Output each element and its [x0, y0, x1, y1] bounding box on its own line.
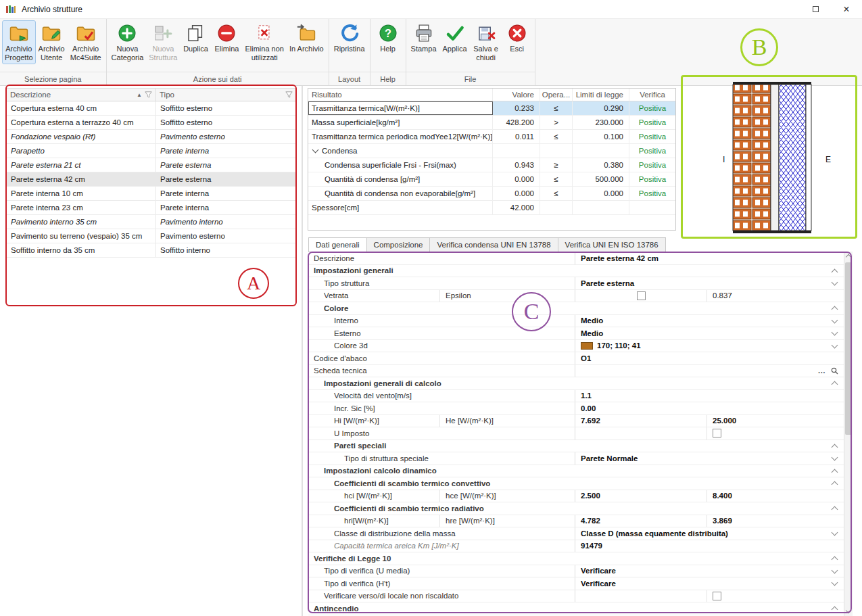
structure-row[interactable]: ParapettoParete interna: [7, 144, 296, 158]
property-row-tipo-di-struttura-speciale[interactable]: Tipo di struttura specialeParete Normale: [308, 452, 844, 465]
property-row-tipo-di-verifica-h-t[interactable]: Tipo di verifica (H't)Verificare: [308, 577, 844, 590]
property-row-vetrata[interactable]: VetrataEpsilon0.837: [308, 290, 844, 303]
property-row-esterno[interactable]: EsternoMedio: [308, 327, 844, 340]
column-header-valore[interactable]: Valore: [493, 89, 540, 101]
property-row-hci-w-m-k[interactable]: hci [W/(m²·K)]hce [W/(m²·K)]2.5008.400: [308, 490, 844, 503]
group-row-verifiche-di-legge-10[interactable]: Verifiche di Legge 10: [308, 552, 844, 565]
property-value-secondary[interactable]: 0.837: [707, 290, 844, 302]
group-row-impostazioni-generali[interactable]: Impostazioni generali: [308, 265, 844, 278]
property-row-descrizione[interactable]: DescrizioneParete esterna 42 cm: [308, 252, 844, 265]
property-value[interactable]: Verificare: [575, 565, 844, 577]
scroll-down-icon[interactable]: [846, 608, 851, 613]
maximize-button[interactable]: [800, 0, 831, 18]
tab-composizione[interactable]: Composizione: [367, 237, 431, 252]
ribbon-button-archivio-utente[interactable]: ArchivioUtente: [36, 20, 68, 64]
group-row-colore[interactable]: Colore: [308, 302, 844, 315]
checkbox[interactable]: [713, 429, 721, 437]
ribbon-button-nuova-struttura[interactable]: NuovaStruttura: [146, 20, 180, 64]
result-row[interactable]: Quantità di condensa [g/m²]0.000≤500.000…: [308, 172, 675, 187]
tab-verifica-condensa-uni-en-13788[interactable]: Verifica condensa UNI EN 13788: [430, 237, 558, 252]
property-row-capacit-termica-areica-km-j-m-k[interactable]: Capacità termica areica Km [J/m²·K]91479: [308, 540, 844, 553]
result-row[interactable]: Trasmittanza termica[W/(m²·K)]0.233≤0.29…: [308, 101, 675, 116]
property-value[interactable]: Parete Normale: [575, 452, 844, 465]
result-row[interactable]: Trasmittanza termica periodica modYee12[…: [308, 130, 675, 144]
property-value-secondary[interactable]: [707, 427, 844, 440]
filter-icon[interactable]: [145, 91, 152, 98]
property-value[interactable]: [575, 427, 707, 440]
structure-row[interactable]: Parete esterna 42 cmParete esterna: [7, 172, 296, 187]
property-value[interactable]: O1: [575, 352, 844, 364]
vertical-scrollbar[interactable]: [844, 252, 853, 616]
ribbon-button-nuova-categoria[interactable]: NuovaCategoria: [109, 20, 147, 64]
scroll-up-icon[interactable]: [846, 254, 851, 260]
result-row[interactable]: Massa superficiale[kg/m²]428.200>230.000…: [308, 116, 675, 130]
ribbon-button-esci[interactable]: Esci: [502, 20, 533, 55]
property-row-tipo-di-verifica-u-media[interactable]: Tipo di verifica (U media)Verificare: [308, 565, 844, 578]
structure-row[interactable]: Parete interna 10 cmParete interna: [7, 187, 296, 201]
scrollbar-thumb[interactable]: [845, 262, 852, 435]
property-value[interactable]: 91479: [575, 540, 844, 552]
close-button[interactable]: ×: [831, 0, 862, 18]
property-row-codice-d-abaco[interactable]: Codice d'abacoO1: [308, 352, 844, 365]
ribbon-button-elimina-non-utilizzati[interactable]: Elimina nonutilizzati: [242, 20, 286, 64]
property-row-classe-di-distribuzione-della-massa[interactable]: Classe di distribuzione della massaClass…: [308, 527, 844, 540]
property-value[interactable]: Parete esterna 42 cm: [575, 252, 844, 264]
ribbon-button-elimina[interactable]: Elimina: [211, 20, 242, 55]
tab-dati-generali[interactable]: Dati generali: [308, 237, 367, 252]
group-row-impostazioni-calcolo-dinamico[interactable]: Impostazioni calcolo dinamico: [308, 465, 844, 478]
column-header-operatore[interactable]: Opera...: [540, 89, 573, 101]
ribbon-button-stampa[interactable]: Stampa: [408, 20, 439, 55]
structure-row[interactable]: Copertura esterna 40 cmSoffitto esterno: [7, 101, 296, 116]
browse-buttons[interactable]: …: [818, 365, 839, 377]
property-row-velocit-del-vento-m-s[interactable]: Velocità del vento[m/s]1.1: [308, 390, 844, 403]
property-value[interactable]: Verificare: [575, 577, 844, 590]
property-value[interactable]: 2.500: [575, 490, 707, 502]
property-value[interactable]: 7.692: [575, 415, 707, 427]
search-icon[interactable]: [831, 367, 838, 375]
ribbon-button-in-archivio[interactable]: In Archivio: [287, 20, 327, 55]
property-value[interactable]: [575, 590, 707, 602]
property-value[interactable]: 0.00: [575, 402, 844, 414]
checkbox[interactable]: [713, 592, 721, 600]
column-header-verifica[interactable]: Verifica: [629, 89, 675, 101]
group-row-coefficienti-di-scambio-termico-radiativo[interactable]: Coefficienti di scambio termico radiativ…: [308, 502, 844, 515]
column-header-tipo[interactable]: Tipo: [156, 89, 296, 101]
property-row-hi-w-m-k[interactable]: Hi [W/(m²·K)]He [W/(m²·K)]7.69225.000: [308, 415, 844, 428]
property-value[interactable]: [575, 365, 844, 377]
group-row-coefficienti-di-scambio-termico-convettivo[interactable]: Coefficienti di scambio termico convetti…: [308, 477, 844, 490]
property-value[interactable]: [575, 290, 707, 302]
panel-splitter[interactable]: [302, 86, 303, 616]
property-value[interactable]: Parete esterna: [575, 277, 844, 289]
property-value[interactable]: 170; 110; 41: [575, 340, 844, 352]
property-value-secondary[interactable]: 25.000: [707, 415, 844, 427]
property-value[interactable]: Classe D (massa equamente distribuita): [575, 527, 844, 540]
tab-verifica-uni-en-iso-13786[interactable]: Verifica UNI EN ISO 13786: [558, 237, 666, 252]
ribbon-button-duplica[interactable]: Duplica: [180, 20, 211, 55]
ribbon-button-ripristina[interactable]: Ripristina: [331, 20, 368, 55]
property-row-verificare-verso-di-locale-non-riscaldato[interactable]: Verificare verso/di locale non riscaldat…: [308, 590, 844, 603]
property-value[interactable]: 1.1: [575, 390, 844, 402]
property-value[interactable]: Medio: [575, 327, 844, 339]
structure-row[interactable]: Pavimento su terreno (vespaio) 35 cmPavi…: [7, 229, 296, 243]
group-row-pareti-speciali[interactable]: Pareti speciali: [308, 440, 844, 453]
result-row[interactable]: Condensa superficiale Frsi - Frsi(max)0.…: [308, 158, 675, 172]
group-row-impostazioni-generali-di-calcolo[interactable]: Impostazioni generali di calcolo: [308, 377, 844, 390]
result-row[interactable]: CondensaPositiva: [308, 144, 675, 158]
ribbon-button-salva-e-chiudi[interactable]: Salva echiudi: [471, 20, 502, 64]
result-row[interactable]: Quantità di condensa non evaporabile[g/m…: [308, 187, 675, 201]
column-header-limiti[interactable]: Limiti di legge: [573, 89, 629, 101]
property-row-scheda-tecnica[interactable]: Scheda tecnica…: [308, 365, 844, 378]
structure-row[interactable]: Parete esterna 21 ctParete esterna: [7, 158, 296, 172]
ribbon-button-help[interactable]: ?Help: [373, 20, 404, 55]
property-row-colore-3d[interactable]: Colore 3d170; 110; 41: [308, 340, 844, 353]
column-header-risultato[interactable]: Risultato: [308, 89, 493, 101]
structure-row[interactable]: Parete interna 23 cmParete interna: [7, 201, 296, 215]
structure-row[interactable]: Fondazione vespaio (Rf)Pavimento esterno: [7, 130, 296, 144]
column-header-descrizione[interactable]: Descrizione ▲: [7, 89, 156, 101]
sort-asc-icon[interactable]: ▲: [137, 92, 142, 98]
property-value-secondary[interactable]: 8.400: [707, 490, 844, 502]
property-row-tipo-struttura[interactable]: Tipo strutturaParete esterna: [308, 277, 844, 290]
property-row-incr-sic[interactable]: Incr. Sic [%]0.00: [308, 402, 844, 415]
property-value-secondary[interactable]: 3.869: [707, 515, 844, 527]
property-value[interactable]: Medio: [575, 315, 844, 327]
